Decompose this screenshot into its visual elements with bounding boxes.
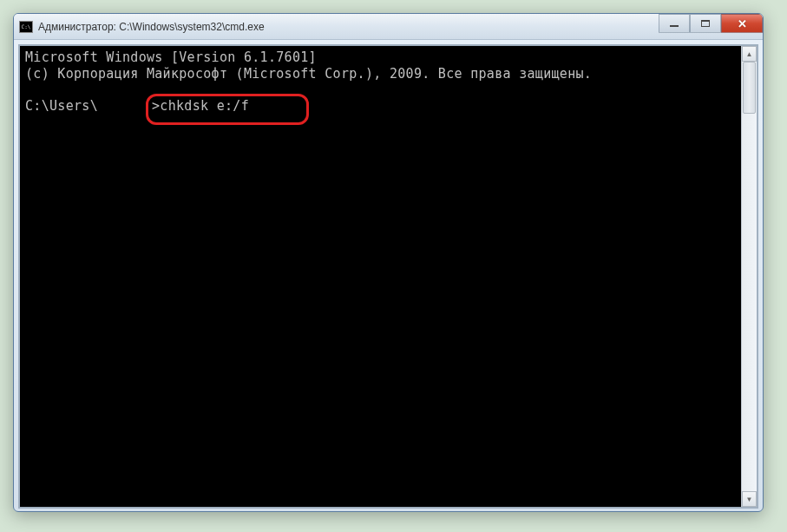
- titlebar[interactable]: C:\ Администратор: C:\Windows\system32\c…: [14, 14, 763, 40]
- maximize-button[interactable]: [690, 14, 721, 33]
- maximize-icon: [701, 20, 710, 27]
- scroll-thumb[interactable]: [743, 62, 756, 114]
- version-line: Microsoft Windows [Version 6.1.7601]: [25, 49, 736, 66]
- close-icon: ✕: [738, 17, 747, 30]
- vertical-scrollbar[interactable]: ▲ ▼: [741, 46, 757, 507]
- cmd-window: C:\ Администратор: C:\Windows\system32\c…: [13, 13, 764, 512]
- cmd-icon-label: C:\: [22, 23, 31, 30]
- minimize-button[interactable]: [659, 14, 690, 33]
- typed-command: chkdsk e:/f: [160, 98, 249, 114]
- cmd-icon: C:\: [19, 21, 33, 33]
- prompt-suffix: >: [152, 98, 160, 114]
- close-button[interactable]: ✕: [721, 14, 763, 33]
- prompt-prefix: C:\Users\: [25, 98, 98, 114]
- copyright-line: (c) Корпорация Майкрософт (Microsoft Cor…: [25, 66, 736, 82]
- window-title: Администратор: C:\Windows\system32\cmd.e…: [38, 21, 757, 33]
- scroll-down-button[interactable]: ▼: [742, 491, 757, 507]
- scroll-up-button[interactable]: ▲: [742, 46, 757, 62]
- console-output[interactable]: Microsoft Windows [Version 6.1.7601] (c)…: [20, 46, 741, 507]
- scroll-track[interactable]: [742, 62, 757, 491]
- window-controls: ✕: [659, 14, 763, 33]
- redacted-username: [98, 101, 152, 113]
- minimize-icon: [670, 25, 679, 27]
- console-frame: Microsoft Windows [Version 6.1.7601] (c)…: [18, 44, 758, 509]
- prompt-line: C:\Users\>chkdsk e:/f: [25, 98, 736, 115]
- blank-line: [25, 82, 736, 99]
